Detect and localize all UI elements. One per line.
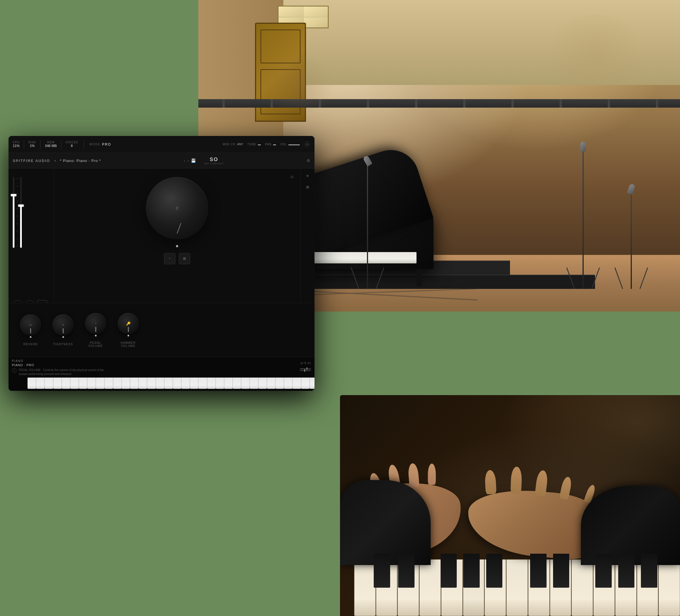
key-g3[interactable]	[181, 378, 190, 389]
reverb-knob[interactable]: ≋	[20, 314, 41, 335]
right-btn-2[interactable]: ▦	[304, 183, 312, 191]
main-knob[interactable]: #	[146, 177, 208, 239]
key-a2[interactable]	[130, 378, 139, 389]
patch-name[interactable]: * Piano: Piano - Pro *	[60, 158, 101, 163]
tune-label: TUNE	[247, 143, 256, 146]
plugin-topbar: CPU 11% DISK 1% MEM 346 MB VOICES 8 MODE	[8, 136, 314, 153]
patch-info: PIANO PIANO · PRO	[12, 359, 34, 367]
plugin-secondbar: SPITFIRE AUDIO ▾ * Piano: Piano - Pro * …	[8, 153, 314, 169]
vol-control[interactable]: VOL ▬▬▬▬	[280, 143, 300, 146]
key-f[interactable]	[53, 378, 62, 389]
key-c[interactable]	[27, 378, 36, 389]
key-a5[interactable]	[310, 378, 314, 389]
pedal-volume-knob[interactable]: ⌇	[85, 313, 106, 334]
black-key	[641, 554, 657, 588]
finger	[428, 464, 436, 485]
key-f3[interactable]	[173, 378, 181, 389]
hammer-volume-label: HAMMER VOLUME	[118, 341, 138, 348]
mini-faders	[300, 368, 311, 371]
hammer-volume-knob[interactable]: 🔑	[118, 313, 139, 334]
expression-fader[interactable]	[13, 177, 15, 248]
key-d4[interactable]	[216, 378, 224, 389]
so-logo: SO BBC SYMPHONY	[204, 157, 224, 165]
key-a3[interactable]	[190, 378, 198, 389]
dropdown-arrow[interactable]: ▾	[54, 159, 56, 162]
pedal-volume-knob-group: ⌇ PEDAL VOLUME	[85, 313, 106, 348]
piano-keyboard[interactable]	[27, 378, 314, 389]
tune-control[interactable]: TUNE ▬	[247, 143, 261, 146]
fader-group	[13, 174, 49, 248]
key-b[interactable]	[79, 378, 87, 389]
tightness-dot	[62, 336, 64, 338]
power-button[interactable]: ⏻	[304, 141, 310, 148]
key-b4[interactable]	[258, 378, 267, 389]
piano-keys-playing	[354, 554, 680, 616]
finger	[484, 470, 497, 495]
disk-stat: DISK 1%	[28, 141, 36, 148]
black-key	[463, 554, 480, 588]
key-b3[interactable]	[198, 378, 207, 389]
mode-value: PRO	[102, 143, 111, 146]
save-patch-button[interactable]: 💾	[191, 158, 196, 163]
hammer-volume-knob-group: 🔑 HAMMER VOLUME	[118, 313, 139, 348]
stats-group: CPU 11% DISK 1% MEM 346 MB VOICES 8	[13, 140, 78, 149]
knob-position-marker	[177, 223, 181, 234]
settings-button[interactable]: ⚙	[307, 158, 310, 163]
key-d[interactable]	[36, 378, 45, 389]
voices-label: VOICES	[66, 141, 78, 144]
voices-stat: VOICES 8	[66, 141, 78, 148]
knob-indicators	[176, 245, 178, 247]
cpu-stat: CPU 11%	[13, 141, 20, 148]
key-a[interactable]	[70, 378, 79, 389]
key-a4[interactable]	[250, 378, 258, 389]
key-g4[interactable]	[241, 378, 250, 389]
key-c3[interactable]	[147, 378, 155, 389]
hammer-icon: 🔑	[126, 321, 131, 326]
divider	[40, 140, 40, 149]
dynamics-fader[interactable]	[20, 177, 22, 248]
key-g5[interactable]	[301, 378, 310, 389]
center-settings-icon[interactable]: ⚙	[288, 173, 296, 181]
key-d5[interactable]	[275, 378, 284, 389]
pan-value: ▬	[273, 143, 276, 146]
key-g[interactable]	[62, 378, 70, 389]
tightness-knob[interactable]: ✕	[52, 314, 74, 335]
black-key	[398, 554, 415, 588]
plugin-ui: CPU 11% DISK 1% MEM 346 MB VOICES 8 MODE	[8, 136, 314, 391]
key-e5[interactable]	[284, 378, 292, 389]
midi-control[interactable]: MIDI CH ANY	[223, 143, 243, 146]
nav-next-button[interactable]: ›	[187, 158, 189, 163]
key-e[interactable]	[45, 378, 53, 389]
nav-prev-button[interactable]: ‹	[184, 158, 185, 163]
black-key	[441, 554, 457, 588]
key-f2[interactable]	[113, 378, 121, 389]
cpu-label: CPU	[13, 141, 20, 144]
mode-control[interactable]: MODE PRO	[89, 143, 111, 146]
key-g2[interactable]	[121, 378, 130, 389]
pedal-icon: ⌇	[95, 321, 96, 326]
right-btn-1[interactable]: ◈	[304, 171, 312, 180]
key-e4[interactable]	[224, 378, 233, 389]
key-c4[interactable]	[207, 378, 216, 389]
fader-ticks	[17, 177, 18, 248]
mem-stat: MEM 346 MB	[45, 141, 57, 148]
finger	[511, 466, 522, 494]
key-d3[interactable]	[156, 378, 164, 389]
key-f4[interactable]	[233, 378, 241, 389]
key-e3[interactable]	[164, 378, 173, 389]
art-btn-2[interactable]: ⊞	[179, 253, 190, 264]
pedal-dot	[95, 335, 96, 336]
mem-value: 346 MB	[45, 144, 57, 148]
black-key	[486, 554, 503, 588]
key-f5[interactable]	[292, 378, 301, 389]
black-key	[374, 554, 390, 588]
key-c5[interactable]	[267, 378, 275, 389]
key-d2[interactable]	[96, 378, 104, 389]
tune-value: ▬	[258, 143, 261, 146]
key-b2[interactable]	[139, 378, 147, 389]
art-btn-1[interactable]: +	[164, 253, 175, 264]
key-e2[interactable]	[105, 378, 113, 389]
mic-stand-4	[631, 190, 632, 289]
pan-control[interactable]: PAN ▬	[265, 143, 276, 146]
key-c2[interactable]	[87, 378, 96, 389]
